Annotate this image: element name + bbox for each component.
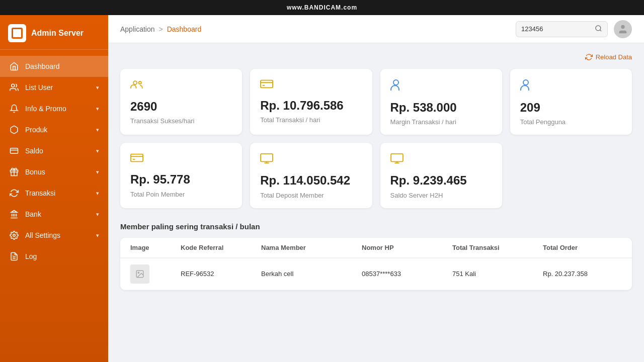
- sidebar-item-dashboard[interactable]: Dashboard: [0, 56, 108, 77]
- stats-grid-row2: Rp. 95.778 Total Poin Member Rp. 114.050…: [120, 143, 632, 208]
- nav-label-info-promo: Info & Promo: [25, 105, 66, 113]
- sidebar-header: Admin Server: [0, 15, 108, 50]
- svg-rect-17: [261, 80, 273, 88]
- monitor-stat-icon-1: [260, 153, 362, 167]
- sidebar-item-info-promo[interactable]: Info & Promo ▾: [0, 98, 108, 119]
- nav-label-all-settings: All Settings: [25, 231, 60, 239]
- sidebar-item-bank[interactable]: Bank ▾: [0, 204, 108, 225]
- card-stat-icon-2: [130, 153, 232, 166]
- svg-point-20: [393, 80, 398, 85]
- wallet-icon: [9, 146, 19, 156]
- cell-total-transaksi: 751 Kali: [452, 270, 543, 278]
- stat-card-saldo-server: Rp. 9.239.465 Saldo Server H2H: [380, 143, 502, 208]
- stat-value-poin: Rp. 95.778: [130, 173, 232, 186]
- sidebar-item-transaksi[interactable]: Transaksi ▾: [0, 183, 108, 204]
- stat-card-total-transaksi: Rp. 10.796.586 Total Transaksi / hari: [250, 69, 372, 135]
- cell-kode-referral: REF-96532: [181, 270, 261, 278]
- stat-label-margin: Margin Transaksi / hari: [390, 118, 492, 126]
- stats-grid-row1: 2690 Transaksi Sukses/hari Rp. 10.796.58…: [120, 69, 632, 135]
- sidebar-item-saldo[interactable]: Saldo ▾: [0, 140, 108, 161]
- breadcrumb: Application > Dashboard: [120, 25, 201, 33]
- breadcrumb-app: Application: [120, 25, 155, 33]
- reload-button[interactable]: Reload Data: [585, 53, 632, 61]
- breadcrumb-sep: >: [159, 25, 163, 33]
- col-total-order: Total Order: [543, 244, 622, 251]
- monitor-stat-icon-2: [390, 153, 492, 167]
- svg-point-9: [13, 234, 16, 237]
- stat-label-deposit: Total Deposit Member: [260, 192, 362, 199]
- chevron-icon: ▾: [96, 148, 99, 154]
- box-icon: [9, 125, 19, 135]
- home-icon: [9, 61, 19, 71]
- svg-point-12: [596, 25, 601, 30]
- col-image: Image: [130, 244, 181, 251]
- reload-label: Reload Data: [596, 53, 632, 61]
- nav-label-produk: Produk: [25, 126, 47, 134]
- search-input[interactable]: [521, 25, 592, 33]
- col-nomor-hp: Nomor HP: [362, 244, 452, 251]
- svg-point-16: [139, 81, 141, 84]
- card-stat-icon: [260, 79, 362, 92]
- sidebar-item-produk[interactable]: Produk ▾: [0, 119, 108, 140]
- reload-row: Reload Data: [120, 53, 632, 61]
- top-nav-right: [516, 20, 632, 38]
- stat-label-poin: Total Poin Member: [130, 191, 232, 198]
- chevron-icon: ▾: [96, 169, 99, 175]
- log-icon: [9, 251, 19, 261]
- svg-rect-28: [391, 154, 403, 162]
- svg-rect-1: [11, 148, 18, 154]
- nav-label-list-user: List User: [25, 83, 53, 92]
- svg-rect-22: [131, 154, 143, 162]
- table-header: Image Kode Referral Nama Member Nomor HP…: [120, 238, 632, 258]
- stat-value-deposit: Rp. 114.050.542: [260, 174, 362, 187]
- bank-icon: [9, 209, 19, 219]
- sidebar-logo: [8, 24, 26, 42]
- col-kode-referral: Kode Referral: [181, 244, 261, 251]
- search-icon[interactable]: [595, 25, 602, 34]
- cell-nomor-hp: 08537****633: [362, 270, 452, 278]
- chevron-icon: ▾: [96, 84, 99, 91]
- users-icon: [9, 82, 19, 93]
- nav-label-log: Log: [25, 252, 37, 260]
- sidebar-item-log[interactable]: Log: [0, 246, 108, 267]
- svg-point-32: [138, 272, 139, 273]
- search-box[interactable]: [516, 21, 608, 37]
- stat-card-deposit: Rp. 114.050.542 Total Deposit Member: [250, 143, 372, 208]
- sidebar-item-list-user[interactable]: List User ▾: [0, 77, 108, 98]
- stat-value-pengguna: 209: [520, 101, 622, 114]
- breadcrumb-current: Dashboard: [167, 25, 202, 33]
- svg-point-0: [12, 84, 15, 87]
- cell-total-order: Rp. 20.237.358: [543, 270, 622, 278]
- top-nav: Application > Dashboard: [108, 15, 644, 43]
- user-stat-icon-2: [520, 79, 622, 94]
- stat-value-total-transaksi: Rp. 10.796.586: [260, 99, 362, 112]
- sidebar-item-bonus[interactable]: Bonus ▾: [0, 161, 108, 183]
- svg-point-15: [133, 81, 137, 84]
- stat-value-saldo-server: Rp. 9.239.465: [390, 174, 492, 187]
- stat-card-pengguna: 209 Total Pengguna: [510, 69, 632, 135]
- stat-card-margin: Rp. 538.000 Margin Transaksi / hari: [380, 69, 502, 135]
- sidebar-title: Admin Server: [31, 28, 84, 38]
- stat-label-saldo-server: Saldo Server H2H: [390, 192, 492, 199]
- chevron-icon: ▾: [96, 211, 99, 218]
- content-area: Application > Dashboard: [108, 15, 644, 362]
- sidebar-item-all-settings[interactable]: All Settings ▾: [0, 225, 108, 246]
- nav-label-transaksi: Transaksi: [25, 189, 55, 197]
- svg-point-21: [523, 80, 528, 85]
- avatar[interactable]: [614, 20, 632, 38]
- bell-icon: [9, 104, 19, 114]
- chevron-icon: ▾: [96, 190, 99, 197]
- settings-icon: [9, 230, 19, 240]
- stat-card-empty: [510, 143, 632, 208]
- svg-marker-8: [11, 211, 17, 213]
- user-stat-icon-1: [390, 79, 492, 94]
- stat-label-total-transaksi: Total Transaksi / hari: [260, 116, 362, 124]
- chevron-icon: ▾: [96, 106, 99, 112]
- nav-label-bonus: Bonus: [25, 168, 45, 176]
- table-row: REF-96532 Berkah cell 08537****633 751 K…: [120, 258, 632, 290]
- section-title: Member paling sering transaksi / bulan: [120, 222, 632, 231]
- nav-label-bank: Bank: [25, 210, 41, 218]
- sidebar-nav: Dashboard List User ▾ Info & Promo: [0, 50, 108, 362]
- watermark: www.BANDICAM.com: [287, 4, 357, 11]
- logo-inner: [12, 28, 23, 39]
